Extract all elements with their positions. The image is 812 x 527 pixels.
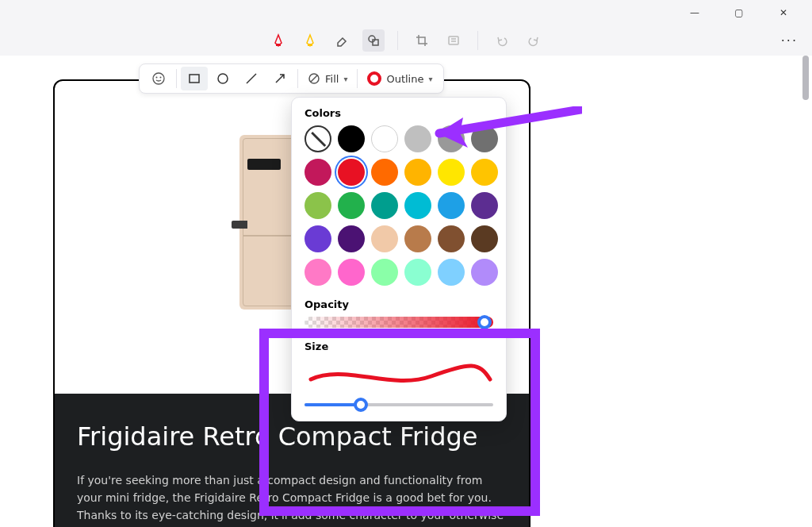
toolbar-separator [397,31,398,50]
color-swatch[interactable] [404,259,431,286]
canvas-area: Frigidaire Retro Compact Fridge If you'r… [0,56,812,527]
outline-dropdown[interactable]: Outline ▾ [361,67,439,90]
svg-point-5 [153,73,164,84]
chevron-down-icon: ▾ [343,75,347,83]
minimize-button[interactable]: — [680,0,709,25]
color-swatch[interactable] [304,159,331,186]
color-swatch[interactable] [304,192,331,219]
color-swatch[interactable] [471,259,498,286]
circle-shape-icon[interactable] [209,67,236,90]
close-button[interactable]: ✕ [769,0,798,25]
color-swatch[interactable] [438,259,465,286]
opacity-slider-thumb[interactable] [477,315,492,329]
color-swatch[interactable] [371,125,398,152]
outline-label: Outline [386,73,423,85]
color-swatch[interactable] [404,225,431,252]
svg-point-6 [156,77,158,79]
color-swatch[interactable] [338,125,365,152]
highlight-annotation-box [259,329,540,516]
opacity-slider[interactable] [304,317,493,328]
color-swatch[interactable] [304,225,331,252]
more-options-icon[interactable]: ··· [781,33,798,48]
color-swatch[interactable] [438,225,465,252]
color-swatch[interactable] [438,159,465,186]
color-swatch[interactable] [338,225,365,252]
undo-icon[interactable] [491,29,513,52]
rectangle-shape-icon[interactable] [181,67,208,90]
color-swatch[interactable] [338,259,365,286]
chevron-down-icon: ▾ [428,75,432,83]
fill-label: Fill [325,73,339,85]
color-swatch[interactable] [438,192,465,219]
crop-tool-icon[interactable] [411,29,433,52]
svg-rect-1 [308,44,312,46]
toolbar-separator [477,31,478,50]
svg-point-2 [369,36,375,42]
titlebar: — ▢ ✕ [0,0,812,25]
svg-rect-3 [373,40,378,45]
color-swatch[interactable] [304,259,331,286]
color-swatch[interactable] [371,225,398,252]
line-shape-icon[interactable] [238,67,265,90]
shapes-tool-icon[interactable] [362,29,385,52]
pen-tool-icon[interactable] [267,29,289,52]
svg-rect-0 [276,44,281,46]
svg-rect-4 [449,37,458,44]
color-swatch[interactable] [338,159,365,186]
outline-color-icon [367,71,381,86]
no-fill-icon [308,72,320,85]
arrow-annotation-icon [431,106,582,154]
arrow-shape-icon[interactable] [266,67,293,90]
eraser-tool-icon[interactable] [331,29,353,52]
main-toolbar: ··· [0,25,812,56]
color-swatch[interactable] [338,192,365,219]
color-swatch[interactable] [304,125,331,152]
maximize-button[interactable]: ▢ [725,0,753,25]
color-swatch[interactable] [371,259,398,286]
emoji-icon[interactable] [145,67,172,90]
fill-dropdown[interactable]: Fill ▾ [301,67,354,90]
svg-point-7 [160,77,162,79]
opacity-heading: Opacity [304,298,493,310]
color-swatch[interactable] [471,225,498,252]
text-extract-tool-icon[interactable] [442,29,465,52]
svg-rect-8 [190,75,199,83]
color-swatch[interactable] [404,125,431,152]
redo-icon[interactable] [523,29,545,52]
color-swatch[interactable] [404,159,431,186]
svg-point-9 [218,74,228,83]
highlighter-tool-icon[interactable] [299,29,321,52]
color-swatch[interactable] [471,192,498,219]
color-swatch[interactable] [371,159,398,186]
shapes-options-toolbar: Fill ▾ Outline ▾ [139,63,444,94]
color-swatch[interactable] [471,159,498,186]
color-swatch[interactable] [371,192,398,219]
color-swatch[interactable] [404,192,431,219]
vertical-scrollbar[interactable] [802,56,809,100]
